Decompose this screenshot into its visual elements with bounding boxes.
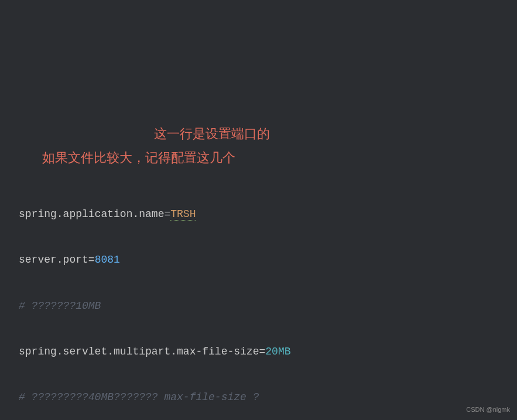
property-key: spring.servlet.multipart.max-file-size [19,346,259,357]
property-value: TRSH [170,208,196,221]
property-value: 8081 [95,254,120,266]
annotation-port-comment: 这一行是设置端口的 [154,121,270,147]
code-line[interactable]: spring.application.name=TRSH [19,204,498,228]
code-line[interactable]: # ???????10MB [19,295,498,319]
comment-text: # ?????????40MB??????? max-file-size ? [19,391,259,403]
property-key: server.port [19,254,88,266]
code-line[interactable]: spring.servlet.multipart.max-file-size=2… [19,341,498,365]
property-key: spring.application.name [19,208,164,220]
code-line[interactable]: server.port=8081 [19,249,498,273]
code-editor-viewport[interactable]: 这一行是设置端口的 如果文件比较大，记得配置这几个 spring.applica… [19,93,498,420]
annotation-filesize-comment: 如果文件比较大，记得配置这几个 [42,144,235,171]
comment-text: # ???????10MB [19,300,101,312]
code-line[interactable]: # ?????????40MB??????? max-file-size ? [19,387,498,411]
property-value: 20MB [265,346,290,357]
watermark-text: CSDN @nlgmk [466,403,510,416]
